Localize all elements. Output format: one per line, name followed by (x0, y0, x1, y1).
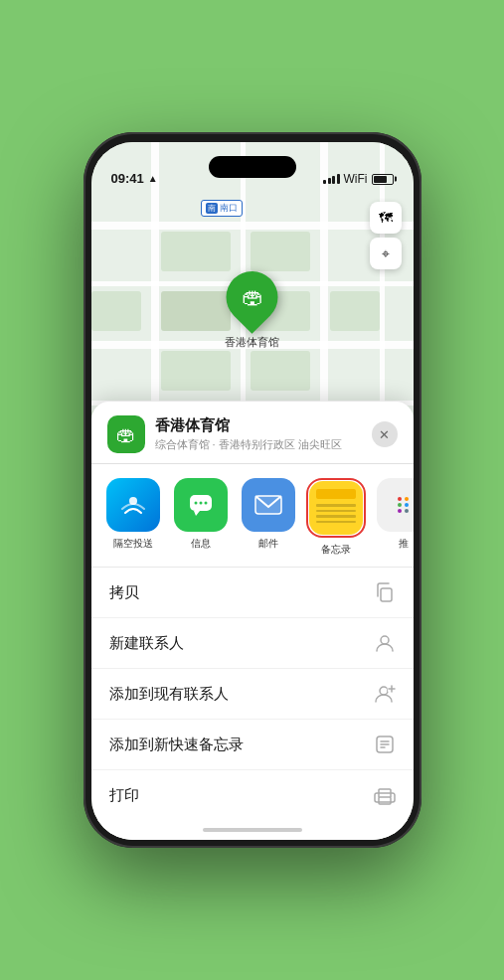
svg-point-10 (380, 687, 388, 695)
action-item-new-contact[interactable]: 新建联系人 (91, 618, 414, 669)
label-text: 南口 (220, 202, 238, 215)
location-pin: 🏟 香港体育馆 (225, 271, 279, 350)
pin-circle: 🏟 (216, 260, 289, 334)
action-list: 拷贝 新建联系人 添加到现有联系人 (91, 567, 414, 820)
status-time: 09:41 ▲ (111, 171, 158, 186)
share-item-more[interactable]: 推 (374, 478, 414, 557)
svg-marker-2 (194, 511, 200, 516)
time-display: 09:41 (111, 171, 144, 186)
signal-bar-1 (323, 180, 326, 184)
notes-line-1 (316, 504, 356, 507)
airdrop-svg-icon (119, 491, 147, 519)
map-block-stadium (161, 291, 231, 331)
svg-point-4 (199, 502, 202, 505)
copy-label: 拷贝 (109, 583, 139, 602)
location-arrow-icon: ⌖ (382, 245, 390, 262)
mail-label: 邮件 (258, 537, 278, 551)
dot-row-1 (398, 497, 409, 501)
battery-fill (374, 176, 388, 183)
road-h-1 (91, 222, 414, 230)
phone-frame: 09:41 ▲ WiFi (84, 132, 421, 848)
share-item-mail[interactable]: 邮件 (239, 478, 298, 557)
mail-svg-icon (253, 494, 283, 516)
airdrop-icon-wrap (106, 478, 160, 532)
action-item-quick-memo[interactable]: 添加到新快速备忘录 (91, 720, 414, 770)
close-button[interactable]: ✕ (372, 421, 398, 447)
messages-label: 信息 (191, 537, 211, 551)
share-item-notes[interactable]: 备忘录 (306, 478, 366, 557)
map-block-5 (330, 291, 380, 331)
dot-red (398, 497, 402, 501)
signal-bar-4 (337, 174, 340, 184)
phone-screen: 09:41 ▲ WiFi (91, 142, 414, 840)
map-block-7 (251, 351, 310, 391)
action-item-print[interactable]: 打印 (91, 770, 414, 820)
share-item-messages[interactable]: 信息 (171, 478, 231, 557)
messages-icon-wrap (174, 478, 228, 532)
dot-purple (398, 509, 402, 513)
notes-top-band (316, 489, 356, 499)
add-contact-label: 添加到现有联系人 (109, 685, 229, 704)
print-label: 打印 (109, 786, 139, 805)
notes-line-3 (316, 515, 356, 518)
svg-rect-18 (379, 797, 391, 804)
dot-row-3 (398, 509, 409, 513)
map-block-3 (91, 291, 141, 331)
notes-icon-wrap (309, 481, 363, 535)
dot-row-2 (398, 503, 409, 507)
share-item-airdrop[interactable]: 隔空投送 (103, 478, 163, 557)
dot-blue (405, 503, 409, 507)
map-layers-icon: 🗺 (379, 210, 393, 226)
dot-green (398, 503, 402, 507)
more-dots-container (394, 493, 413, 517)
label-prefix: 南 (206, 203, 218, 214)
notes-highlight-border (306, 478, 366, 538)
svg-rect-8 (381, 588, 392, 601)
new-contact-label: 新建联系人 (109, 634, 184, 653)
map-label: 南 南口 (201, 200, 243, 217)
svg-point-3 (194, 502, 197, 505)
status-icons: WiFi (323, 172, 394, 186)
dot-gray (405, 509, 409, 513)
venue-name: 香港体育馆 (155, 416, 372, 435)
notes-label: 备忘录 (321, 543, 351, 557)
svg-point-5 (204, 502, 207, 505)
airdrop-label: 隔空投送 (113, 537, 153, 551)
battery-icon (372, 174, 394, 185)
venue-icon: 🏟 (107, 415, 145, 453)
notes-line-2 (316, 510, 356, 513)
notes-line-4 (316, 521, 356, 524)
home-indicator (91, 820, 414, 840)
mail-icon-wrap (242, 478, 295, 532)
home-bar (203, 828, 302, 832)
signal-bars (323, 174, 340, 184)
share-row: 隔空投送 信息 (91, 464, 414, 567)
action-item-add-contact[interactable]: 添加到现有联系人 (91, 669, 414, 720)
pin-label: 香港体育馆 (225, 335, 279, 350)
map-block-6 (161, 351, 231, 391)
more-label: 推 (399, 537, 409, 551)
map-location-button[interactable]: ⌖ (370, 238, 402, 269)
svg-point-9 (381, 636, 389, 644)
map-block-1 (161, 232, 231, 271)
messages-svg-icon (186, 490, 216, 520)
dynamic-island (209, 156, 296, 178)
venue-subtitle: 综合体育馆 · 香港特别行政区 油尖旺区 (155, 437, 372, 452)
venue-info: 香港体育馆 综合体育馆 · 香港特别行政区 油尖旺区 (155, 416, 372, 452)
close-icon: ✕ (379, 427, 390, 442)
map-controls: 🗺 ⌖ (370, 202, 402, 269)
stadium-icon: 🏟 (242, 284, 263, 310)
more-icon-wrap (377, 478, 414, 532)
signal-bar-2 (328, 178, 331, 184)
wifi-icon: WiFi (344, 172, 368, 186)
copy-icon (374, 581, 396, 603)
location-arrow-icon: ▲ (148, 173, 158, 184)
venue-header: 🏟 香港体育馆 综合体育馆 · 香港特别行政区 油尖旺区 ✕ (91, 402, 414, 464)
quick-memo-icon (374, 734, 396, 755)
new-contact-icon (374, 632, 396, 654)
map-layers-button[interactable]: 🗺 (370, 202, 402, 234)
quick-memo-label: 添加到新快速备忘录 (109, 735, 244, 754)
print-icon (374, 784, 396, 806)
bottom-sheet: 🏟 香港体育馆 综合体育馆 · 香港特别行政区 油尖旺区 ✕ (91, 402, 414, 840)
action-item-copy[interactable]: 拷贝 (91, 568, 414, 618)
